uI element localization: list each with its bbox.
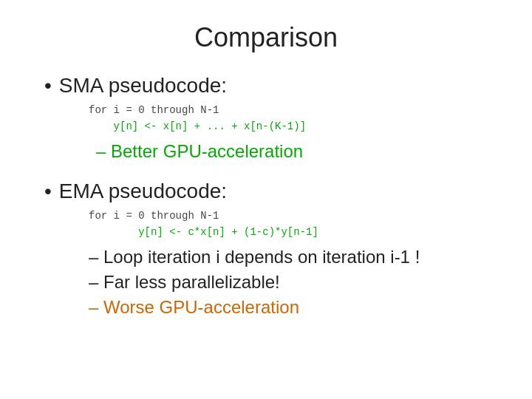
ema-section: • EMA pseudocode: for i = 0 through N-1 … xyxy=(44,180,488,322)
ema-code-line2-highlight: y[n] <- c*x[n] + (1-c)*y[n-1] xyxy=(138,226,318,238)
slide: Comparison • SMA pseudocode: for i = 0 t… xyxy=(0,0,532,399)
sma-code: for i = 0 through N-1 y[n] <- x[n] + ...… xyxy=(89,102,488,135)
ema-code: for i = 0 through N-1 y[n] <- c*x[n] + (… xyxy=(89,208,488,241)
sma-code-line1: for i = 0 through N-1 xyxy=(89,102,488,118)
ema-code-line1: for i = 0 through N-1 xyxy=(89,208,488,224)
ema-dash-item2: – Far less parallelizable! xyxy=(89,272,488,293)
ema-bullet: • xyxy=(44,180,52,203)
sma-bullet: • xyxy=(44,74,52,98)
ema-heading-text: EMA pseudocode: xyxy=(59,180,227,203)
sma-dash-item1: – Better GPU-acceleration xyxy=(89,141,488,162)
sma-section: • SMA pseudocode: for i = 0 through N-1 … xyxy=(44,74,488,166)
ema-dash-item3: – Worse GPU-acceleration xyxy=(89,297,488,318)
slide-title: Comparison xyxy=(44,22,488,53)
ema-heading: • EMA pseudocode: xyxy=(44,180,488,203)
ema-code-line2: y[n] <- c*x[n] + (1-c)*y[n-1] xyxy=(89,224,488,240)
sma-code-line2-highlight: y[n] <- x[n] + ... + x[n-(K-1)] xyxy=(114,120,306,132)
ema-dash-item1: – Loop iteration i depends on iteration … xyxy=(89,247,488,267)
sma-code-line2: y[n] <- x[n] + ... + x[n-(K-1)] xyxy=(89,118,488,134)
sma-heading-text: SMA pseudocode: xyxy=(59,74,227,98)
sma-heading: • SMA pseudocode: xyxy=(44,74,488,98)
